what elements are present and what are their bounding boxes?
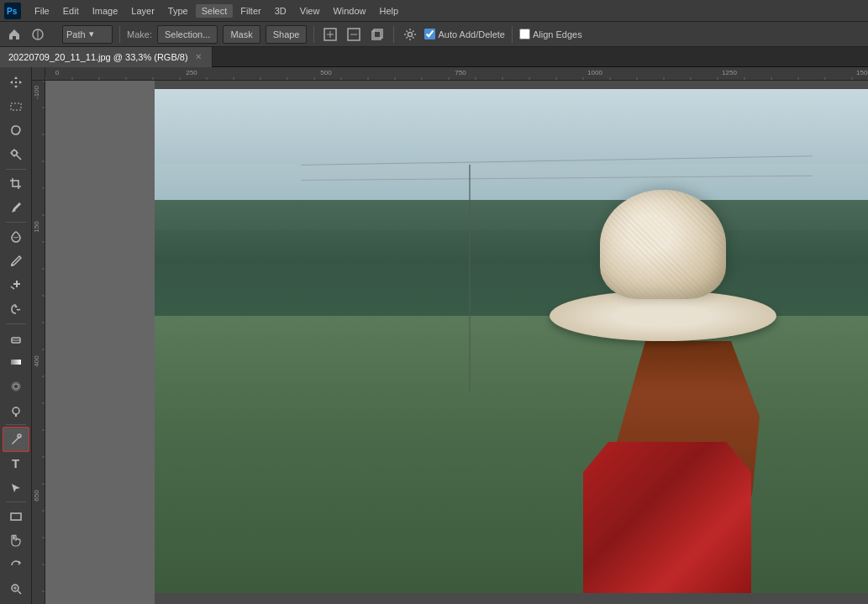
path-select-tool[interactable] (3, 476, 29, 500)
home-button[interactable] (5, 25, 24, 44)
ruler-corner (32, 67, 45, 81)
svg-rect-12 (11, 103, 21, 110)
clone-stamp-tool[interactable] (3, 273, 29, 297)
eyedropper-tool[interactable] (3, 196, 29, 219)
hat (550, 173, 776, 358)
intersect-path-icon[interactable] (368, 25, 387, 44)
menu-edit[interactable]: Edit (57, 4, 85, 18)
main-area: T (0, 67, 868, 604)
spot-heal-tool[interactable] (3, 225, 29, 249)
separator-3 (393, 26, 394, 43)
svg-rect-28 (11, 513, 21, 520)
toolbar-separator-5 (6, 502, 26, 502)
eraser-tool[interactable] (3, 327, 29, 350)
menu-layer[interactable]: Layer (125, 4, 160, 18)
app-logo: Ps (3, 2, 22, 20)
separator-4 (512, 26, 513, 43)
canvas-container[interactable] (32, 67, 868, 604)
shape-tool[interactable] (3, 505, 29, 528)
blur-tool[interactable] (3, 375, 29, 398)
menu-file[interactable]: File (29, 4, 55, 18)
tabbar: 20220709_20_11_11.jpg @ 33,3% (RGB/8) ✕ (0, 47, 868, 67)
brush-options-icon[interactable] (29, 25, 47, 44)
separator-1 (119, 26, 120, 43)
dodge-tool[interactable] (3, 399, 29, 423)
mask-button[interactable]: Mask (223, 25, 260, 44)
hat-texture (600, 190, 726, 299)
woman-figure (566, 173, 802, 593)
menu-select[interactable]: Select (196, 4, 234, 18)
gradient-tool[interactable] (3, 350, 29, 374)
subtract-from-path-icon[interactable] (345, 25, 363, 44)
align-edges-label[interactable]: Align Edges (519, 29, 582, 39)
toolbar-separator-4 (6, 424, 26, 425)
settings-icon[interactable] (401, 25, 419, 44)
brush-tool[interactable] (3, 249, 29, 273)
zoom-tool[interactable] (3, 577, 29, 601)
svg-point-11 (408, 32, 413, 36)
add-to-path-icon[interactable] (321, 25, 339, 44)
canvas-margin (45, 81, 155, 604)
make-label: Make: (127, 29, 152, 39)
separator-2 (313, 26, 314, 43)
align-edges-checkbox[interactable] (519, 29, 530, 39)
horizontal-ruler (45, 67, 868, 81)
image-area[interactable] (45, 81, 868, 604)
menu-window[interactable]: Window (327, 4, 371, 18)
toolbar: T (0, 67, 32, 604)
auto-add-delete-checkbox[interactable] (424, 29, 435, 39)
svg-line-30 (18, 591, 21, 595)
utility-pole (469, 165, 471, 391)
rotate-view-tool[interactable] (3, 554, 29, 577)
svg-point-19 (11, 264, 13, 266)
magic-wand-tool[interactable] (3, 143, 29, 166)
svg-rect-22 (11, 360, 21, 365)
tab-title: 20220709_20_11_11.jpg @ 33,3% (RGB/8) (8, 52, 188, 62)
selection-button[interactable]: Selection... (157, 25, 218, 44)
optionsbar: Path ▾ Make: Selection... Mask Shape Aut… (0, 22, 868, 47)
photo-canvas[interactable] (155, 89, 868, 593)
history-brush-tool[interactable] (3, 297, 29, 321)
toolbar-separator-2 (6, 222, 26, 223)
pen-tool[interactable] (3, 428, 29, 451)
svg-text:Ps: Ps (7, 7, 18, 16)
menu-3d[interactable]: 3D (269, 4, 292, 18)
crop-tool[interactable] (3, 172, 29, 196)
document-tab[interactable]: 20220709_20_11_11.jpg @ 33,3% (RGB/8) ✕ (0, 47, 213, 67)
type-tool[interactable]: T (3, 452, 29, 475)
menubar: Ps File Edit Image Layer Type Select Fil… (0, 0, 868, 22)
path-mode-dropdown[interactable]: Path ▾ (62, 25, 113, 44)
red-jacket (583, 442, 751, 593)
menu-image[interactable]: Image (87, 4, 124, 18)
svg-point-24 (13, 384, 18, 389)
svg-line-13 (16, 155, 21, 160)
menu-type[interactable]: Type (162, 4, 194, 18)
vertical-ruler (32, 81, 45, 604)
menu-filter[interactable]: Filter (234, 4, 266, 18)
marquee-tool[interactable] (3, 95, 29, 118)
lasso-tool[interactable] (3, 118, 29, 142)
auto-add-delete-label[interactable]: Auto Add/Delete (424, 29, 505, 39)
hand-tool[interactable] (3, 529, 29, 553)
svg-point-25 (13, 407, 19, 414)
photo-background (155, 89, 868, 593)
menu-view[interactable]: View (294, 4, 326, 18)
shape-button[interactable]: Shape (266, 25, 308, 44)
move-tool[interactable] (3, 71, 29, 94)
svg-point-14 (12, 150, 17, 155)
toolbar-separator-1 (6, 169, 26, 170)
menu-help[interactable]: Help (374, 4, 405, 18)
toolbar-separator-3 (6, 323, 26, 324)
tab-close-button[interactable]: ✕ (193, 51, 203, 62)
